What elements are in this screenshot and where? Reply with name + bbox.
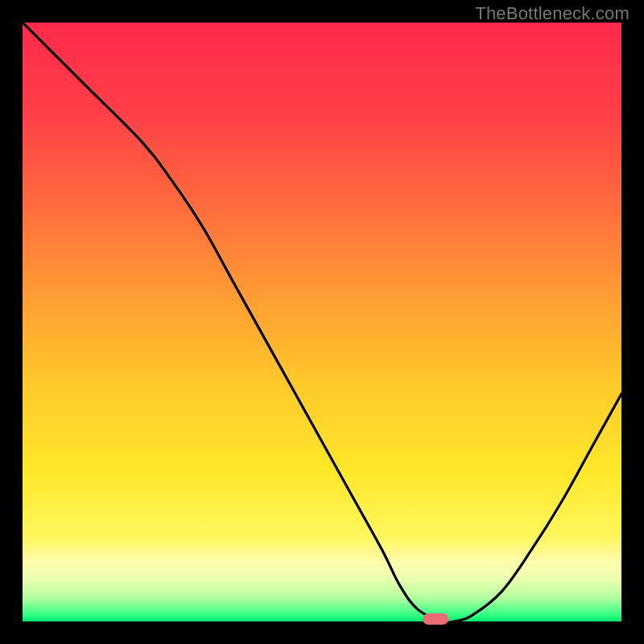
watermark-text: TheBottleneck.com (475, 3, 630, 24)
chart-plot-area (23, 23, 621, 621)
chart-svg (23, 23, 621, 621)
optimum-marker (423, 613, 448, 625)
